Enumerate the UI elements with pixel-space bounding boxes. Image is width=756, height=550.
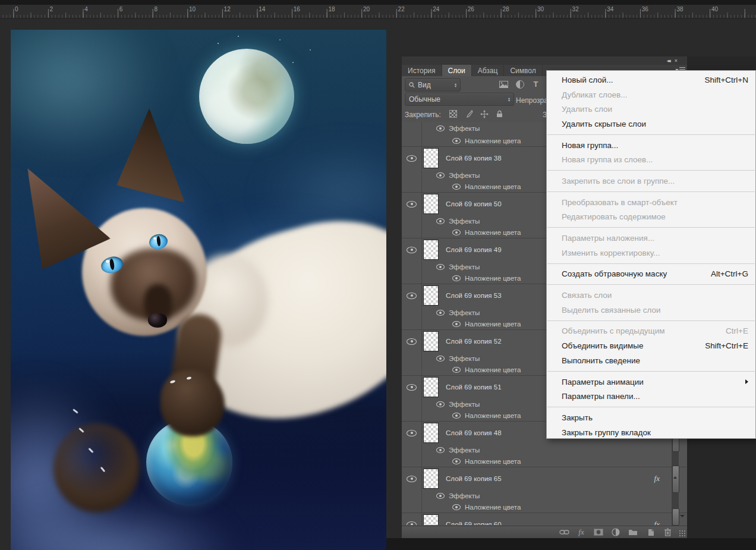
layer-thumbnail[interactable] <box>423 377 439 397</box>
layer-thumbnail[interactable] <box>423 331 439 351</box>
menu-item-panel-options[interactable]: Параметры панели... <box>547 389 755 404</box>
close-panel-icon[interactable]: × <box>675 58 678 64</box>
delete-layer-trash-icon[interactable] <box>662 527 673 537</box>
pixel-filter-icon[interactable] <box>499 80 509 89</box>
fx-badge[interactable]: fx <box>654 474 660 483</box>
fx-badge[interactable]: fx <box>654 520 660 525</box>
effects-visibility-eye-icon[interactable] <box>436 356 445 362</box>
scroll-up-arrow-icon[interactable] <box>673 476 677 479</box>
adjustment-filter-icon[interactable] <box>515 80 525 89</box>
layer-visibility-eye-icon[interactable] <box>407 155 417 162</box>
ruler-number: 18 <box>328 6 335 12</box>
menu-item-close[interactable]: Закрыть <box>547 410 755 425</box>
color-overlay-visibility-eye-icon[interactable] <box>452 367 461 373</box>
effects-visibility-eye-icon[interactable] <box>436 401 445 407</box>
blend-mode-select[interactable]: Обычные ▴▾ <box>405 93 514 106</box>
color-overlay-visibility-eye-icon[interactable] <box>452 504 461 510</box>
layer-name[interactable]: Слой 69 копия 49 <box>446 246 502 253</box>
lock-paint-icon[interactable] <box>464 109 474 118</box>
color-overlay-visibility-eye-icon[interactable] <box>452 275 461 281</box>
effects-visibility-eye-icon[interactable] <box>436 264 445 270</box>
layer-style-fx-icon[interactable]: fx <box>576 527 587 537</box>
new-adjustment-layer-icon[interactable] <box>610 527 621 537</box>
effects-visibility-eye-icon[interactable] <box>436 172 445 178</box>
color-overlay-visibility-eye-icon[interactable] <box>452 458 461 464</box>
ruler-number: 24 <box>433 6 439 12</box>
effects-visibility-eye-icon[interactable] <box>436 493 445 499</box>
layer-visibility-eye-icon[interactable] <box>407 247 417 253</box>
effects-visibility-eye-icon[interactable] <box>436 447 445 453</box>
layer-name[interactable]: Слой 69 копия 50 <box>446 200 502 208</box>
menu-item-close-tab-group[interactable]: Закрыть группу вкладок <box>547 425 755 440</box>
menu-item-select-linked-layers: Выделить связанные слои <box>547 303 755 318</box>
menu-item-link-layers: Связать слои <box>547 288 755 303</box>
layer-name[interactable]: Слой 69 копия 53 <box>446 292 502 299</box>
layer-name[interactable]: Слой 69 копия 51 <box>446 384 502 391</box>
tab-paragraph[interactable]: Абзац <box>472 65 505 76</box>
layer-thumbnail[interactable] <box>423 240 439 260</box>
layer-visibility-eye-icon[interactable] <box>407 521 417 526</box>
tab-history[interactable]: История <box>402 65 442 76</box>
layer-visibility-eye-icon[interactable] <box>407 293 417 299</box>
layer-name[interactable]: Слой 69 копия 65 <box>446 475 502 482</box>
new-layer-icon[interactable] <box>645 527 656 537</box>
color-overlay-visibility-eye-icon[interactable] <box>452 184 461 190</box>
menu-item-new-layer[interactable]: Новый слой...Shift+Ctrl+N <box>547 73 755 87</box>
layer-thumbnail[interactable] <box>423 469 439 489</box>
effects-visibility-eye-icon[interactable] <box>436 218 445 224</box>
layer-name[interactable]: Слой 69 копия 48 <box>446 429 502 436</box>
layer-name[interactable]: Слой 69 копия 38 <box>446 155 502 162</box>
scrollbar-thumb[interactable] <box>672 508 679 526</box>
menu-item-animation-options[interactable]: Параметры анимации <box>547 375 755 389</box>
layer-item[interactable]: Слой 69 копия 65fx Эффекты Наложение цве… <box>402 467 687 513</box>
color-overlay-visibility-eye-icon[interactable] <box>452 413 461 419</box>
layer-name[interactable]: Слой 69 копия 60 <box>446 521 502 525</box>
scroll-more-indicator-icon[interactable] <box>680 515 685 517</box>
tab-layers[interactable]: Слои <box>442 65 472 76</box>
menu-item-flatten-image[interactable]: Выполнить сведение <box>547 353 755 368</box>
tab-character[interactable]: Символ <box>504 65 542 76</box>
menu-item-new-group-from-layers: Новая группа из слоев... <box>547 152 755 167</box>
menu-item-new-group[interactable]: Новая группа... <box>547 138 755 153</box>
color-overlay-visibility-eye-icon[interactable] <box>452 138 461 144</box>
layer-visibility-eye-icon[interactable] <box>407 384 417 391</box>
effects-label: Эффекты <box>449 447 480 454</box>
lock-label: Закрепить: <box>405 111 441 119</box>
menu-item-merge-visible[interactable]: Объединить видимыеShift+Ctrl+E <box>547 338 755 353</box>
menu-item-delete-hidden-layers[interactable]: Удалить скрытые слои <box>547 117 755 131</box>
layer-item-partial[interactable]: Слой 69 копия 60fx <box>402 513 687 525</box>
color-overlay-visibility-eye-icon[interactable] <box>452 230 461 235</box>
horizontal-ruler[interactable]: 0 2 4 6 8 10 12 14 16 18 20 22 24 26 28 … <box>0 5 756 18</box>
scrollbar-thumb[interactable] <box>672 466 679 493</box>
layer-thumbnail[interactable] <box>423 285 439 306</box>
layer-visibility-eye-icon[interactable] <box>407 338 417 345</box>
layer-thumbnail[interactable] <box>423 194 439 214</box>
effects-visibility-eye-icon[interactable] <box>436 310 445 316</box>
panel-corner-grip[interactable] <box>679 530 686 538</box>
color-overlay-visibility-eye-icon[interactable] <box>452 321 461 327</box>
ruler-number: 34 <box>607 6 613 12</box>
document-canvas[interactable] <box>11 30 386 550</box>
layer-thumbnail[interactable] <box>423 514 439 525</box>
link-layers-icon[interactable] <box>559 527 569 537</box>
layer-filter-combo[interactable]: Вид ▴▾ <box>405 78 461 92</box>
type-filter-icon[interactable]: T <box>531 80 541 89</box>
select-spinner-icon[interactable]: ▴▾ <box>508 97 510 102</box>
layer-visibility-eye-icon[interactable] <box>407 476 417 482</box>
menu-item-create-clipping-mask[interactable]: Создать обтравочную маскуAlt+Ctrl+G <box>547 267 755 282</box>
combo-spinner-icon[interactable]: ▴▾ <box>455 83 456 87</box>
layer-thumbnail[interactable] <box>423 423 439 443</box>
lock-transparency-icon[interactable] <box>448 109 458 118</box>
menu-shortcut: Shift+Ctrl+N <box>692 76 748 84</box>
menu-shortcut: Alt+Ctrl+G <box>699 269 748 278</box>
new-group-folder-icon[interactable] <box>628 527 638 537</box>
lock-all-icon[interactable] <box>494 109 505 118</box>
collapse-panels-icon[interactable]: ◂◂ <box>667 58 670 64</box>
effects-visibility-eye-icon[interactable] <box>436 125 445 131</box>
layer-thumbnail[interactable] <box>423 148 439 168</box>
layer-name[interactable]: Слой 69 копия 52 <box>446 338 502 345</box>
add-layer-mask-icon[interactable] <box>593 527 604 537</box>
lock-position-icon[interactable] <box>479 109 489 118</box>
layer-visibility-eye-icon[interactable] <box>407 430 417 436</box>
layer-visibility-eye-icon[interactable] <box>407 201 417 208</box>
